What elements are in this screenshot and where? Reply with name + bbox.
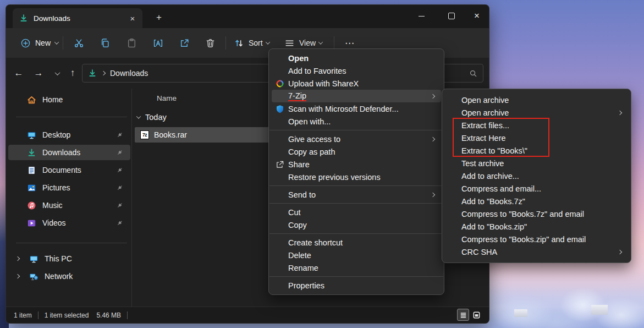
music-icon bbox=[27, 201, 36, 210]
menu-item-delete[interactable]: Delete bbox=[272, 249, 441, 261]
menu-item-compress-to-books-zip-and-email[interactable]: Compress to "Books.zip" and email bbox=[445, 233, 628, 245]
pin-icon bbox=[116, 166, 124, 174]
menu-item-compress-and-email[interactable]: Compress and email... bbox=[445, 182, 628, 195]
sidebar-item-network[interactable]: Network bbox=[8, 269, 130, 284]
pin-icon bbox=[116, 149, 124, 156]
tab-title: Downloads bbox=[34, 14, 127, 23]
sidebar-item-music[interactable]: Music bbox=[8, 198, 130, 213]
menu-item-upload-with-sharex[interactable]: Upload with ShareX bbox=[272, 77, 441, 90]
sidebar-item-label: Pictures bbox=[42, 183, 70, 192]
recent-locations-button[interactable] bbox=[49, 65, 65, 81]
menu-item-add-to-favorites[interactable]: Add to Favorites bbox=[272, 64, 441, 77]
menu-item-send-to[interactable]: Send to bbox=[272, 188, 441, 201]
status-divider bbox=[127, 311, 128, 319]
back-button[interactable]: ← bbox=[10, 65, 27, 81]
chevron-down-icon bbox=[54, 70, 60, 75]
menu-item-test-archive[interactable]: Test archive bbox=[445, 157, 628, 170]
menu-item-open-with[interactable]: Open with... bbox=[272, 115, 441, 128]
menu-item-open[interactable]: Open bbox=[272, 52, 441, 64]
paste-icon bbox=[126, 38, 137, 48]
menu-item-open-archive[interactable]: Open archive bbox=[445, 94, 628, 106]
submenu-arrow-icon bbox=[431, 94, 435, 98]
menu-item-share[interactable]: Share bbox=[272, 158, 441, 171]
sidebar-item-pictures[interactable]: Pictures bbox=[8, 180, 130, 195]
sidebar-item-desktop[interactable]: Desktop bbox=[8, 127, 130, 143]
breadcrumb-location: Downloads bbox=[110, 69, 148, 78]
menu-item-give-access-to[interactable]: Give access to bbox=[272, 133, 441, 145]
sidebar-item-home[interactable]: Home bbox=[8, 92, 130, 107]
chevron-right-icon bbox=[101, 71, 106, 75]
delete-button[interactable] bbox=[199, 34, 221, 52]
menu-item-7-zip[interactable]: 7-Zip bbox=[272, 90, 441, 102]
cut-button[interactable] bbox=[68, 34, 90, 52]
menu-item-add-to-books-zip[interactable]: Add to "Books.zip" bbox=[445, 220, 628, 233]
new-tab-button[interactable]: + bbox=[151, 10, 167, 25]
close-button[interactable]: × bbox=[464, 5, 489, 27]
menu-item-open-archive-2[interactable]: Open archive bbox=[445, 106, 628, 119]
tree-expander[interactable] bbox=[14, 257, 21, 260]
status-selection: 1 item selected bbox=[45, 311, 89, 319]
forward-button[interactable]: → bbox=[30, 65, 47, 81]
menu-item-copy[interactable]: Copy bbox=[272, 218, 441, 231]
up-button[interactable]: ↑ bbox=[64, 65, 81, 81]
sidebar-item-this-pc[interactable]: This PC bbox=[8, 251, 130, 266]
sidebar-item-label: Desktop bbox=[42, 130, 70, 139]
menu-item-rename[interactable]: Rename bbox=[272, 261, 441, 274]
menu-item-label: Open archive bbox=[461, 108, 509, 117]
menu-item-extract-files[interactable]: Extract files... bbox=[445, 119, 628, 132]
details-view-button[interactable] bbox=[457, 309, 469, 321]
menu-item-compress-to-books-7z-and-email[interactable]: Compress to "Books.7z" and email bbox=[445, 207, 628, 220]
menu-item-label: Share bbox=[288, 160, 310, 169]
menu-item-extract-here[interactable]: Extract Here bbox=[445, 132, 628, 144]
menu-item-label: Copy bbox=[288, 221, 307, 229]
pin-icon bbox=[116, 131, 124, 139]
share-button[interactable] bbox=[173, 34, 195, 52]
menu-item-label: Properties bbox=[288, 281, 324, 290]
thumbnail-view-button[interactable] bbox=[470, 309, 482, 321]
chevron-down-icon bbox=[136, 114, 141, 118]
desktop: Downloads × + × New Sor bbox=[0, 0, 644, 328]
menu-item-extract-to-books[interactable]: Extract to "Books\" bbox=[445, 144, 628, 157]
sort-button[interactable]: Sort bbox=[232, 34, 272, 52]
submenu-arrow-icon bbox=[431, 136, 435, 141]
menu-item-label: Test archive bbox=[461, 159, 504, 168]
menu-item-cut[interactable]: Cut bbox=[272, 206, 441, 218]
sidebar-item-documents[interactable]: Documents bbox=[8, 162, 130, 178]
search-icon bbox=[469, 69, 477, 78]
menu-item-label: Compress to "Books.7z" and email bbox=[461, 210, 584, 218]
paste-button[interactable] bbox=[120, 34, 142, 52]
menu-item-crc-sha[interactable]: CRC SHA bbox=[445, 245, 628, 258]
menu-item-label: Compress and email... bbox=[461, 184, 541, 193]
menu-item-restore-previous-versions[interactable]: Restore previous versions bbox=[272, 171, 441, 183]
menu-item-copy-as-path[interactable]: Copy as path bbox=[272, 145, 441, 158]
minimize-button[interactable] bbox=[409, 5, 434, 27]
menu-item-create-shortcut[interactable]: Create shortcut bbox=[272, 236, 441, 249]
copy-button[interactable] bbox=[94, 34, 116, 52]
new-button[interactable]: New bbox=[15, 34, 64, 52]
rename-button[interactable] bbox=[147, 34, 169, 52]
menu-item-add-to-books-7z[interactable]: Add to "Books.7z" bbox=[445, 195, 628, 207]
documents-icon bbox=[27, 166, 36, 175]
maximize-button[interactable] bbox=[439, 5, 464, 27]
plus-circle-icon bbox=[20, 38, 31, 48]
menu-item-properties[interactable]: Properties bbox=[272, 279, 441, 292]
downloads-icon bbox=[19, 14, 28, 23]
column-header-name[interactable]: Name bbox=[157, 94, 177, 102]
status-divider bbox=[38, 311, 38, 319]
tab-downloads[interactable]: Downloads × bbox=[13, 8, 142, 28]
menu-separator bbox=[269, 130, 443, 130]
group-header-today[interactable]: Today bbox=[137, 113, 167, 122]
share-icon bbox=[272, 160, 288, 169]
menu-item-scan-with-microsoft-defender[interactable]: Scan with Microsoft Defender... bbox=[272, 102, 441, 115]
sidebar-item-label: Videos bbox=[42, 218, 66, 227]
downloads-icon bbox=[27, 148, 36, 157]
pin-icon bbox=[116, 201, 124, 209]
menu-item-label: Extract Here bbox=[461, 134, 506, 143]
sidebar-item-downloads[interactable]: Downloads bbox=[8, 145, 130, 160]
trash-icon bbox=[205, 38, 216, 48]
tab-close-button[interactable]: × bbox=[127, 13, 138, 24]
menu-item-add-to-archive[interactable]: Add to archive... bbox=[445, 170, 628, 182]
sidebar-item-videos[interactable]: Videos bbox=[8, 215, 130, 231]
tree-expander[interactable] bbox=[14, 275, 21, 278]
7zip-submenu: Open archiveOpen archiveExtract files...… bbox=[442, 89, 631, 263]
